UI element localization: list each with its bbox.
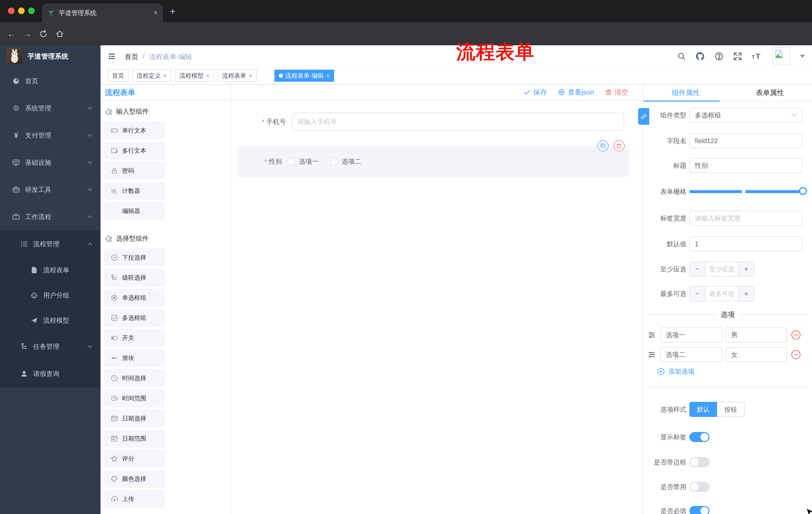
drag-handle-icon[interactable]	[648, 331, 656, 339]
tag-close-icon[interactable]: ×	[249, 70, 252, 81]
window-close-button[interactable]	[8, 7, 14, 14]
breadcrumb-home[interactable]: 首页	[125, 52, 138, 61]
sidebar-item-task-mgmt[interactable]: 任务管理	[0, 333, 100, 360]
forward-icon[interactable]: →	[23, 29, 32, 38]
sidebar-item-process-model[interactable]: 流程模型	[0, 308, 100, 333]
sidebar-item-workflow[interactable]: 工作流程	[0, 203, 100, 231]
palette-item-editor[interactable]: 编辑器	[104, 202, 165, 220]
search-icon[interactable]	[677, 52, 686, 61]
drag-handle-icon[interactable]	[648, 351, 656, 359]
show-label-toggle[interactable]	[689, 432, 709, 442]
field-name-input[interactable]	[689, 133, 803, 148]
browser-tab[interactable]: 芋道管理系统 ×	[42, 3, 163, 22]
grid-slider[interactable]	[689, 190, 805, 193]
option-value-input[interactable]	[726, 327, 787, 343]
save-button[interactable]: 保存	[524, 88, 547, 97]
default-value-input[interactable]	[689, 236, 803, 251]
palette-item-counter[interactable]: 123 计数器	[104, 182, 165, 200]
slider-thumb[interactable]	[799, 187, 807, 195]
github-icon[interactable]	[695, 52, 705, 61]
back-icon[interactable]: ←	[7, 29, 16, 38]
component-type-select[interactable]: 多选框组	[689, 108, 803, 123]
tag-process-model[interactable]: 流程模型×	[175, 70, 214, 82]
option-value-input[interactable]	[726, 347, 787, 362]
sidebar-item-infra[interactable]: 基础设施	[0, 149, 100, 176]
option-label-input[interactable]	[660, 327, 723, 343]
font-size-icon[interactable]: T T	[752, 52, 763, 60]
option-label-input[interactable]	[660, 347, 723, 362]
tab-form-props[interactable]: 表单属性	[728, 84, 812, 101]
tag-close-icon[interactable]: ×	[163, 70, 167, 81]
help-icon[interactable]	[715, 52, 724, 61]
gender-option1-checkbox[interactable]	[288, 158, 295, 165]
palette-item-radio-group[interactable]: 单选框组	[104, 289, 165, 307]
tab-close-icon[interactable]: ×	[154, 9, 158, 17]
reload-icon[interactable]	[39, 30, 48, 38]
gender-option2-label[interactable]: 选项二	[342, 157, 361, 166]
max-select-value[interactable]: 最多可选	[705, 287, 738, 301]
label-width-input[interactable]	[689, 211, 803, 226]
title-input[interactable]	[689, 158, 803, 173]
style-button-button[interactable]: 按钮	[717, 402, 745, 417]
add-option-button[interactable]: 添加选项	[657, 367, 694, 376]
sidebar-item-payment[interactable]: ¥ 支付管理	[0, 122, 100, 149]
tag-home[interactable]: 首页	[108, 70, 128, 82]
home-icon[interactable]	[55, 29, 64, 38]
phone-input[interactable]	[292, 113, 624, 131]
palette-item-switch[interactable]: 开关	[104, 329, 165, 347]
palette-item-upload[interactable]: 上传	[104, 490, 165, 508]
window-minimize-button[interactable]	[18, 7, 25, 14]
palette-item-multi-text[interactable]: 多行文本	[104, 141, 165, 160]
minus-button[interactable]: −	[690, 262, 705, 276]
palette-item-password[interactable]: 密码	[104, 162, 165, 180]
palette-item-single-text[interactable]: 单行文本	[104, 121, 165, 140]
remove-option-icon[interactable]	[791, 350, 801, 360]
clear-button[interactable]: 清空	[605, 88, 628, 97]
sidebar-item-process-mgmt[interactable]: 流程管理	[0, 231, 100, 258]
sidebar-item-devtools[interactable]: 研发工具	[0, 176, 100, 203]
sidebar-item-home[interactable]: 首页	[0, 67, 100, 94]
sidebar-item-leave-query[interactable]: 请假查询	[0, 360, 100, 387]
gender-option2-checkbox[interactable]	[330, 158, 338, 165]
new-tab-button[interactable]: +	[170, 6, 175, 16]
palette-item-cascader[interactable]: 级联选择	[104, 269, 165, 287]
palette-item-select[interactable]: 下拉选择	[104, 248, 165, 267]
plus-button[interactable]: +	[738, 262, 754, 276]
phone-field-row[interactable]: * 手机号	[231, 113, 624, 131]
copy-component-button[interactable]	[598, 140, 609, 152]
tag-process-definition[interactable]: 流程定义×	[132, 70, 171, 82]
avatar[interactable]	[772, 47, 790, 65]
minus-button[interactable]: −	[690, 287, 705, 301]
sidebar-logo[interactable]: 芋道管理系统	[0, 45, 100, 67]
tag-process-form[interactable]: 流程表单×	[218, 70, 257, 82]
delete-component-button[interactable]	[613, 140, 625, 152]
required-toggle[interactable]	[689, 506, 709, 514]
hamburger-icon[interactable]	[108, 52, 116, 60]
sidebar-item-system[interactable]: 系统管理	[0, 94, 100, 122]
palette-item-date-range[interactable]: 日期范围	[104, 430, 165, 448]
palette-item-slider[interactable]: 滑块	[104, 349, 165, 367]
palette-item-color-picker[interactable]: 颜色选择	[104, 470, 165, 488]
view-json-button[interactable]: 查看json	[558, 88, 594, 97]
disabled-toggle[interactable]	[689, 482, 709, 492]
palette-item-date-picker[interactable]: 日期选择	[104, 409, 165, 428]
palette-item-time-range[interactable]: 时间范围	[104, 389, 165, 407]
window-zoom-button[interactable]	[28, 7, 35, 14]
selected-gender-component[interactable]: * 性别 选项一 选项二	[238, 146, 629, 177]
style-default-button[interactable]: 默认	[689, 402, 717, 417]
tag-process-form-edit[interactable]: 流程表单-编辑×	[274, 70, 334, 82]
avatar-caret-icon[interactable]	[800, 55, 805, 58]
remove-option-icon[interactable]	[791, 330, 801, 340]
gender-option1-label[interactable]: 选项一	[299, 157, 319, 166]
border-toggle[interactable]	[689, 457, 709, 467]
palette-item-checkbox-group[interactable]: 多选框组	[104, 309, 165, 327]
palette-item-time-picker[interactable]: 时间选择	[104, 369, 165, 387]
sidebar-item-process-form[interactable]: 流程表单	[0, 258, 100, 283]
fullscreen-icon[interactable]	[733, 52, 742, 61]
sidebar-item-user-group[interactable]: 用户分组	[0, 283, 100, 308]
tag-close-icon[interactable]: ×	[326, 70, 330, 81]
tab-component-props[interactable]: 组件属性	[644, 84, 728, 101]
min-select-value[interactable]: 至少应选	[705, 262, 738, 276]
plus-button[interactable]: +	[738, 287, 754, 301]
tag-close-icon[interactable]: ×	[206, 70, 209, 81]
